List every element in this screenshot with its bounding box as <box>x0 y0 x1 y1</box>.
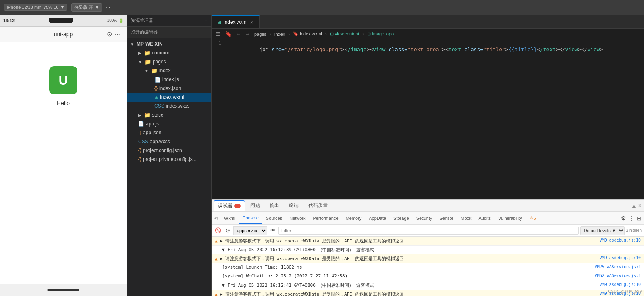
tree-item-index-folder[interactable]: ▼ 📁 index <box>127 66 211 75</box>
devtools-subtab-storage[interactable]: Storage <box>390 213 412 224</box>
tree-item-index-json[interactable]: {} index.json <box>127 84 211 93</box>
common-folder-icon: 📁 <box>144 50 150 56</box>
devtools-subtab-performance[interactable]: Performance <box>310 213 342 224</box>
tree-item-static[interactable]: ▶ 📁 static <box>127 110 211 119</box>
devtools-close-icon[interactable]: × <box>638 202 642 209</box>
breadcrumb-view-content[interactable]: ⊞ view.content <box>330 31 359 37</box>
tab-close-icon[interactable]: × <box>250 19 253 25</box>
static-arrow-icon: ▶ <box>138 113 141 117</box>
log-link[interactable]: VM9 asdebug.js:10 <box>600 282 641 287</box>
devtools-collapse-icon[interactable]: ▲ <box>631 202 637 209</box>
devtools-subtabs: ⊲ Wxml Console Sources Network Performan… <box>212 212 644 225</box>
devtools-subtab-sensor[interactable]: Sensor <box>436 213 457 224</box>
debugger-tab-label: 调试器 <box>218 202 233 209</box>
devtools-subtab-mock[interactable]: Mock <box>457 213 474 224</box>
device-selector[interactable]: iPhone 12/13 mini 75% 16 ▼ <box>4 4 67 11</box>
tree-item-pages[interactable]: ▼ 📁 pages <box>127 57 211 66</box>
devtools-tab-issues[interactable]: 问题 <box>246 200 264 211</box>
devtools-subtab-vulnerability[interactable]: Vulnerability <box>495 213 526 224</box>
devtools-subtab-wxml[interactable]: Wxml <box>221 213 239 224</box>
console-clear-icon[interactable]: 🚫 <box>214 227 222 235</box>
log-item: ▲ ▶ 请注意游客模式下，调用 wx.operateWXData 是受限的，AP… <box>212 290 644 296</box>
app-json-label: app.json <box>143 130 161 135</box>
tab-wxml-icon: ⊞ <box>217 19 221 25</box>
breadcrumb-pages[interactable]: pages <box>254 32 266 37</box>
device-label: iPhone 12/13 mini 75% 16 <box>7 5 58 10</box>
sim-bottom-bar <box>0 284 127 296</box>
devtools-undock-icon[interactable]: ⊟ <box>637 215 642 221</box>
log-link[interactable]: VM9 asdebug.js:10 <box>600 256 641 260</box>
tree-item-project-private[interactable]: {} project.private.config.js... <box>127 155 211 164</box>
devtools-subtab-console[interactable]: Console <box>239 213 262 224</box>
project-config-icon: {} <box>138 148 141 153</box>
tree-item-index-wxss[interactable]: CSS index.wxss <box>127 102 211 110</box>
static-folder-icon: 📁 <box>144 112 150 118</box>
devtools-subtab-sources[interactable]: Sources <box>263 213 285 224</box>
devtools-tabs-bar: 调试器 6 问题 输出 终端 代码质量 ▲ × <box>212 200 644 212</box>
tree-item-common[interactable]: ▶ 📁 common <box>127 48 211 57</box>
log-text: ▶ 请注意游客模式下，调用 wx.operateWXData 是受限的，API … <box>220 256 597 262</box>
devtools-subtab-memory[interactable]: Memory <box>343 213 365 224</box>
index-folder-icon: 📁 <box>151 68 158 74</box>
tree-item-app-wxss[interactable]: CSS app.wxss <box>127 137 211 146</box>
tree-item-app-js[interactable]: 📄 app.js <box>127 119 211 128</box>
bookmark-icon[interactable]: 🔖 <box>224 30 233 38</box>
terminal-tab-label: 终端 <box>289 202 299 209</box>
output-tab-label: 输出 <box>270 202 279 209</box>
app-wxss-icon: CSS <box>138 139 148 144</box>
appservice-select[interactable]: appservice <box>233 226 267 235</box>
warn-triangle-icon: ▲ <box>215 256 218 261</box>
tree-item-index-js[interactable]: 📄 index.js <box>127 75 211 84</box>
device-dropdown-icon: ▼ <box>60 5 64 10</box>
breadcrumb-index-wxml[interactable]: 🔖 index.wxml <box>293 31 322 37</box>
simulator-panel: 16:12 100% 🔋 uni-app ··· ⊙ U Hello <box>0 15 127 296</box>
breadcrumb-image-logo[interactable]: ⊞ image.logo <box>367 31 394 37</box>
pages-label: pages <box>153 59 166 65</box>
log-link[interactable]: VM25 WAService.js:1 <box>595 265 641 269</box>
menu-icon[interactable]: ☰ <box>215 30 221 38</box>
log-text: [system] WeChatLib: 2.25.2 (2022.7.27 11… <box>222 273 592 279</box>
tree-item-project-config[interactable]: {} project.config.json <box>127 146 211 155</box>
devtools-close-controls: ▲ × <box>631 202 642 209</box>
log-link[interactable]: VM9 asdebug.js:10 <box>600 291 641 296</box>
log-item: ▼ Fri Aug 05 2022 16:12:39 GMT+0800 （中国标… <box>212 246 644 254</box>
devtools-tab-code-quality[interactable]: 代码质量 <box>304 200 332 211</box>
devtools-subtab-audits[interactable]: Audits <box>476 213 494 224</box>
project-config-label: project.config.json <box>143 148 182 153</box>
log-link[interactable]: VM9 asdebug.js:10 <box>600 238 641 242</box>
devtools-tab-debugger[interactable]: 调试器 6 <box>214 200 245 211</box>
project-private-label: project.private.config.js... <box>143 156 197 162</box>
nav-forward-icon[interactable]: → <box>244 30 251 38</box>
file-tree-more[interactable]: ··· <box>204 18 207 23</box>
tree-item-index-wxml[interactable]: ⊞ index.wxml <box>127 93 211 102</box>
more-options-icon[interactable]: ··· <box>106 4 110 10</box>
console-filter-toggle-icon[interactable]: ⊘ <box>224 227 232 235</box>
tree-item-app-json[interactable]: {} app.json <box>127 128 211 137</box>
tree-root[interactable]: ▼ MP-WEIXIN <box>127 40 211 48</box>
devtools-settings-icon[interactable]: ⚙ <box>621 215 626 221</box>
log-link[interactable]: VM62 WAService.js:1 <box>595 273 641 278</box>
devtools-tab-terminal[interactable]: 终端 <box>285 200 303 211</box>
editor-tabs: ⊞ index.wxml × <box>212 15 644 29</box>
sim-home-indicator <box>47 289 79 291</box>
devtools-tab-output[interactable]: 输出 <box>266 200 283 211</box>
index-json-label: index.json <box>159 85 181 91</box>
console-filter-input[interactable] <box>278 227 579 235</box>
hotbuild-dropdown-icon: ▼ <box>95 5 99 10</box>
devtools-subtab-warn-count[interactable]: ⚠ 6 <box>526 213 539 224</box>
console-level-select[interactable]: Default levels ▼ <box>580 226 625 235</box>
app-json-icon: {} <box>138 130 141 135</box>
console-nav-icon[interactable]: ⊲ <box>214 215 218 221</box>
devtools-more-icon[interactable]: ⋮ <box>629 215 634 221</box>
console-eye-icon[interactable]: 👁 <box>269 227 277 235</box>
breadcrumb-index[interactable]: index <box>274 32 285 37</box>
file-tree-title: 资源管理器 <box>131 17 153 23</box>
editor-tab-index-wxml[interactable]: ⊞ index.wxml × <box>212 15 260 28</box>
warn-triangle-icon: ▲ <box>215 292 218 296</box>
devtools-subtab-security[interactable]: Security <box>413 213 436 224</box>
hotbuild-selector[interactable]: 热显载 开 ▼ <box>71 3 102 12</box>
editor-panel: ⊞ index.wxml × ☰ 🔖 ← → pages › index › 🔖… <box>212 15 644 296</box>
devtools-subtab-appdata[interactable]: AppData <box>366 213 389 224</box>
log-item: ▲ ▶ 请注意游客模式下，调用 wx.operateWXData 是受限的，AP… <box>212 237 644 246</box>
devtools-subtab-network[interactable]: Network <box>286 213 309 224</box>
